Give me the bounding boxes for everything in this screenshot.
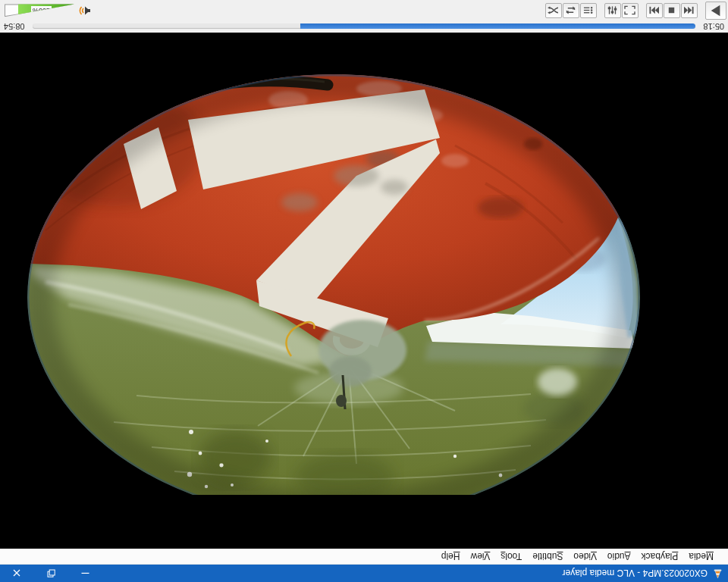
fullscreen-button[interactable]	[622, 3, 639, 18]
next-icon	[649, 6, 661, 16]
total-time: 08:54	[4, 22, 28, 31]
minimize-button[interactable]	[68, 565, 102, 582]
previous-icon	[684, 6, 695, 16]
window-title: GX020023.MP4 - VLC media player	[102, 568, 708, 579]
restore-button[interactable]	[34, 565, 68, 582]
speaker-icon	[77, 5, 91, 16]
volume-slider[interactable]: 100%	[5, 5, 74, 17]
random-icon	[548, 6, 560, 16]
controls-bar: 100%	[0, 0, 728, 20]
close-icon	[14, 570, 21, 577]
stop-button[interactable]	[664, 3, 680, 18]
seek-progress	[300, 24, 695, 30]
menubar: MediaPlaybackAudioVideoSubtitleToolsView…	[0, 549, 728, 565]
seek-row: 05:18 08:54	[0, 20, 728, 33]
menu-item-help[interactable]: Help	[436, 549, 466, 564]
vlc-window: GX020023.MP4 - VLC media player MediaPla…	[0, 0, 728, 582]
close-button[interactable]	[0, 565, 34, 582]
video-frame	[0, 33, 728, 549]
titlebar[interactable]: GX020023.MP4 - VLC media player	[0, 565, 728, 582]
menu-item-media[interactable]: Media	[683, 549, 719, 564]
extended-settings-button[interactable]	[604, 3, 621, 18]
screen: GX020023.MP4 - VLC media player MediaPla…	[0, 0, 728, 582]
random-button[interactable]	[545, 3, 562, 18]
video-area[interactable]	[0, 33, 728, 549]
menu-item-tools[interactable]: Tools	[495, 549, 527, 564]
seek-slider[interactable]	[33, 24, 695, 30]
menu-item-view[interactable]: View	[466, 549, 496, 564]
previous-button[interactable]	[681, 3, 698, 18]
restore-icon	[47, 569, 55, 577]
next-button[interactable]	[646, 3, 663, 18]
elapsed-time: 05:18	[700, 22, 724, 31]
play-icon	[709, 4, 723, 17]
playlist-icon	[583, 6, 595, 16]
loop-icon	[566, 6, 577, 16]
loop-button[interactable]	[563, 3, 579, 18]
volume-control[interactable]: 100%	[5, 5, 91, 17]
menu-item-subtitle[interactable]: Subtitle	[527, 549, 568, 564]
vlc-cone-icon	[712, 568, 723, 579]
play-button[interactable]	[705, 2, 726, 20]
stop-icon	[667, 6, 678, 16]
playlist-button[interactable]	[580, 3, 597, 18]
menu-item-audio[interactable]: Audio	[602, 549, 636, 564]
menu-item-playback[interactable]: Playback	[636, 549, 684, 564]
fullscreen-icon	[625, 6, 636, 16]
equalizer-icon	[607, 6, 619, 16]
volume-percent: 100%	[31, 7, 52, 15]
menu-item-video[interactable]: Video	[568, 549, 601, 564]
minimize-icon	[81, 570, 89, 577]
